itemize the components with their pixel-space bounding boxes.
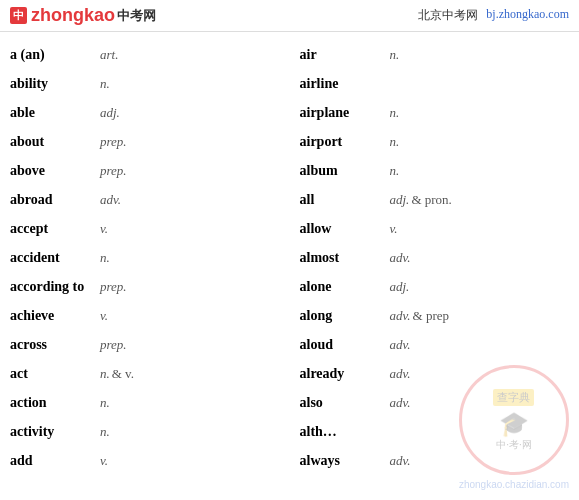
entry-pos: art. — [100, 45, 118, 65]
entry-pos: n. — [390, 161, 400, 181]
list-item[interactable]: alwaysadv. — [300, 446, 570, 475]
entry-word: airline — [300, 73, 390, 94]
list-item[interactable]: achievev. — [10, 301, 280, 330]
entry-pos: n. — [390, 45, 400, 65]
entry-word: accident — [10, 247, 100, 268]
entry-pos: adj. — [390, 190, 410, 210]
logo-icon: 中 — [10, 7, 27, 24]
entry-extra: & pron. — [411, 190, 451, 210]
header: 中 zhongkao 中考网 北京中考网 bj.zhongkao.com — [0, 0, 579, 32]
list-item[interactable]: alreadyadv. — [300, 359, 570, 388]
entry-word: alone — [300, 276, 390, 297]
list-item[interactable]: aloneadj. — [300, 272, 570, 301]
entry-pos: v. — [390, 219, 398, 239]
list-item[interactable]: accidentn. — [10, 243, 280, 272]
list-item[interactable]: aboutprep. — [10, 127, 280, 156]
list-item[interactable]: alth… — [300, 417, 570, 446]
entry-word: act — [10, 363, 100, 384]
entry-pos: adj. — [100, 103, 120, 123]
entry-word: also — [300, 392, 390, 413]
entry-extra: & v. — [112, 364, 134, 384]
entry-word: air — [300, 44, 390, 65]
entry-word: airport — [300, 131, 390, 152]
entry-word: across — [10, 334, 100, 355]
list-item[interactable]: addv. — [10, 446, 280, 475]
entry-word: above — [10, 160, 100, 181]
entry-pos: n. — [100, 74, 110, 94]
entry-word: alth… — [300, 421, 390, 442]
list-item[interactable]: abilityn. — [10, 69, 280, 98]
entry-pos: n. — [100, 422, 110, 442]
list-item[interactable]: actionn. — [10, 388, 280, 417]
entry-pos: prep. — [100, 335, 127, 355]
entry-pos: adv. — [390, 451, 411, 471]
entry-pos: adv. — [390, 393, 411, 413]
entry-pos: v. — [100, 451, 108, 471]
list-item[interactable]: acrossprep. — [10, 330, 280, 359]
entry-pos: adv. — [390, 248, 411, 268]
entry-word: airplane — [300, 102, 390, 123]
list-item[interactable]: airn. — [300, 40, 570, 69]
list-item[interactable]: alladj. & pron. — [300, 185, 570, 214]
entry-word: ability — [10, 73, 100, 94]
entry-pos: adj. — [390, 277, 410, 297]
list-item[interactable]: aboveprep. — [10, 156, 280, 185]
entry-pos: n. — [390, 103, 400, 123]
entry-pos: adv. — [390, 335, 411, 355]
list-item[interactable]: airplanen. — [300, 98, 570, 127]
entry-word: album — [300, 160, 390, 181]
entry-word: action — [10, 392, 100, 413]
entry-pos: n. — [390, 132, 400, 152]
list-item[interactable]: actn. & v. — [10, 359, 280, 388]
logo-brand: zhongkao — [31, 5, 115, 26]
entry-word: always — [300, 450, 390, 471]
entry-pos: v. — [100, 306, 108, 326]
logo[interactable]: 中 zhongkao 中考网 — [10, 5, 156, 26]
list-item[interactable]: abroadadv. — [10, 185, 280, 214]
list-item[interactable]: according toprep. — [10, 272, 280, 301]
list-item[interactable]: a (an)art. — [10, 40, 280, 69]
list-item[interactable]: albumn. — [300, 156, 570, 185]
entry-extra: & prep — [413, 306, 449, 326]
entry-pos: n. — [100, 393, 110, 413]
site-url[interactable]: bj.zhongkao.com — [486, 7, 569, 24]
list-item[interactable]: activityn. — [10, 417, 280, 446]
list-item[interactable]: airline — [300, 69, 570, 98]
entry-word: a (an) — [10, 44, 100, 65]
list-item[interactable]: alongadv. & prep — [300, 301, 570, 330]
entry-word: about — [10, 131, 100, 152]
list-item[interactable]: acceptv. — [10, 214, 280, 243]
list-item[interactable]: ableadj. — [10, 98, 280, 127]
list-item[interactable]: allowv. — [300, 214, 570, 243]
entry-word: abroad — [10, 189, 100, 210]
entry-word: aloud — [300, 334, 390, 355]
entry-word: almost — [300, 247, 390, 268]
entry-word: already — [300, 363, 390, 384]
entry-word: achieve — [10, 305, 100, 326]
site-label: 北京中考网 — [418, 7, 478, 24]
entry-word: able — [10, 102, 100, 123]
entry-word: activity — [10, 421, 100, 442]
entry-word: all — [300, 189, 390, 210]
main-content: a (an)art.abilityn.ableadj.aboutprep.abo… — [0, 32, 579, 500]
list-item[interactable]: almostadv. — [300, 243, 570, 272]
entry-word: along — [300, 305, 390, 326]
entry-word: accept — [10, 218, 100, 239]
list-item[interactable]: airportn. — [300, 127, 570, 156]
entry-pos: n. — [100, 364, 110, 384]
right-column: airn.airlineairplanen.airportn.albumn.al… — [290, 40, 580, 492]
list-item[interactable]: alsoadv. — [300, 388, 570, 417]
logo-cn: 中考网 — [117, 7, 156, 25]
entry-pos: v. — [100, 219, 108, 239]
entry-pos: prep. — [100, 161, 127, 181]
entry-pos: n. — [100, 248, 110, 268]
entry-pos: prep. — [100, 132, 127, 152]
header-right: 北京中考网 bj.zhongkao.com — [418, 7, 569, 24]
entry-word: allow — [300, 218, 390, 239]
entry-pos: adv. — [390, 364, 411, 384]
entry-pos: adv. — [100, 190, 121, 210]
entry-word: add — [10, 450, 100, 471]
entry-pos: adv. — [390, 306, 411, 326]
list-item[interactable]: aloudadv. — [300, 330, 570, 359]
left-column: a (an)art.abilityn.ableadj.aboutprep.abo… — [0, 40, 290, 492]
